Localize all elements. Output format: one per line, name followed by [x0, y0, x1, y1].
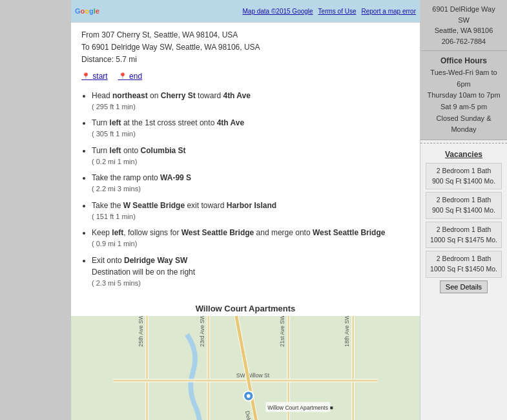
terms-link[interactable]: Terms of Use: [318, 8, 357, 15]
start-pin-icon: [81, 72, 90, 81]
apt-label-text: Willow Court Apartments ■: [267, 404, 333, 411]
start-end-links: start end: [81, 72, 409, 81]
vacancies-section: Vacancies 2 Bedroom 1 Bath 900 Sq Ft $14…: [420, 146, 507, 420]
step-7: Exit onto Delridge Way SW Destination wi…: [92, 255, 409, 289]
hours-line3: Sat 9 am-5 pm: [426, 101, 502, 113]
report-link[interactable]: Report a map error: [362, 8, 416, 15]
phone: 206-762-7884: [426, 36, 502, 47]
from-line: From 307 Cherry St, Seattle, WA 98104, U…: [81, 29, 409, 41]
step-6-detail: ( 0.9 mi 1 min): [92, 238, 409, 249]
office-hours-section: Office Hours Tues-Wed-Fri 9am to 6pm Thu…: [420, 51, 507, 140]
to-line: To 6901 Delridge Way SW, Seattle, WA 981…: [81, 41, 409, 54]
road-18th: 18th Ave SW: [344, 316, 350, 347]
step-7-detail: ( 2.3 mi 5 mins): [92, 278, 409, 289]
road-willow: SW Willow St: [236, 372, 270, 379]
address-line2: Seattle, WA 98106: [426, 25, 502, 36]
steps-ul: Head northeast on Cherry St toward 4th A…: [81, 90, 409, 289]
end-pin-icon: [118, 72, 127, 81]
vacancy-2-line2: 900 Sq Ft $1400 Mo.: [429, 205, 499, 216]
vacancy-3-line2: 1000 Sq Ft $1475 Mo.: [429, 235, 499, 246]
location-label: Willow Court Apartments: [71, 300, 420, 316]
map-bottom: 25th Ave SW 23rd Ave SW 21st Ave SW 18th…: [71, 316, 420, 420]
hours-line4: Closed Sunday & Monday: [426, 113, 502, 136]
vacancy-4: 2 Bedroom 1 Bath 1000 Sq Ft $1450 Mo.: [426, 251, 502, 278]
road-21st: 21st Ave SW: [279, 316, 285, 347]
directions-section: From 307 Cherry St, Seattle, WA 98104, U…: [71, 23, 420, 87]
step-2-detail: ( 305 ft 1 min): [92, 129, 409, 140]
location-dot: [247, 394, 251, 398]
office-hours-title: Office Hours: [426, 55, 502, 67]
step-3: Turn left onto Columbia St ( 0.2 mi 1 mi…: [92, 145, 409, 167]
divider: [420, 143, 507, 143]
vacancy-2-line1: 2 Bedroom 1 Bath: [429, 195, 499, 205]
vacancy-3: 2 Bedroom 1 Bath 1000 Sq Ft $1475 Mo.: [426, 222, 502, 249]
road-25th: 25th Ave SW: [138, 316, 144, 347]
end-link[interactable]: end: [118, 72, 142, 81]
road-23rd: 23rd Ave SW: [199, 316, 205, 347]
step-3-detail: ( 0.2 mi 1 min): [92, 156, 409, 167]
see-details-button[interactable]: See Details: [440, 280, 488, 293]
step-6: Keep left, follow signs for West Seattle…: [92, 227, 409, 249]
map-top-controls: Map data ©2015 Google Terms of Use Repor…: [242, 8, 416, 15]
steps-list: Head northeast on Cherry St toward 4th A…: [71, 87, 420, 300]
vacancy-1-line2: 900 Sq Ft $1400 Mo.: [429, 176, 499, 187]
right-sidebar: 6901 DelRidge Way SW Seattle, WA 98106 2…: [420, 0, 507, 420]
from-to: From 307 Cherry St, Seattle, WA 98104, U…: [81, 29, 409, 67]
step-5-detail: ( 151 ft 1 min): [92, 211, 409, 222]
vacancy-1-line1: 2 Bedroom 1 Bath: [429, 166, 499, 176]
step-2: Turn left at the 1st cross street onto 4…: [92, 117, 409, 140]
step-4: Take the ramp onto WA-99 S ( 2.2 mi 3 mi…: [92, 172, 409, 194]
map-top: Google Map data ©2015 Google Terms of Us…: [71, 0, 420, 23]
map-svg: 25th Ave SW 23rd Ave SW 21st Ave SW 18th…: [71, 316, 420, 420]
main-content: Google Map data ©2015 Google Terms of Us…: [71, 0, 420, 420]
vacancy-4-line2: 1000 Sq Ft $1450 Mo.: [429, 264, 499, 275]
map-data-label: Map data ©2015 Google: [242, 8, 313, 15]
vacancy-3-line1: 2 Bedroom 1 Bath: [429, 225, 499, 235]
step-5: Take the W Seattle Bridge exit toward Ha…: [92, 200, 409, 222]
start-link[interactable]: start: [81, 72, 108, 81]
step-4-detail: ( 2.2 mi 3 mins): [92, 184, 409, 194]
left-sidebar: [0, 0, 71, 420]
right-top-address: 6901 DelRidge Way SW Seattle, WA 98106 2…: [420, 0, 507, 51]
vacancies-title: Vacancies: [426, 150, 502, 159]
step-1-detail: ( 295 ft 1 min): [92, 101, 409, 112]
vacancy-1: 2 Bedroom 1 Bath 900 Sq Ft $1400 Mo.: [426, 163, 502, 190]
hours-line2: Thursday 10am to 7pm: [426, 90, 502, 101]
distance-line: Distance: 5.7 mi: [81, 54, 409, 66]
vacancy-4-line1: 2 Bedroom 1 Bath: [429, 254, 499, 264]
vacancy-2: 2 Bedroom 1 Bath 900 Sq Ft $1400 Mo.: [426, 192, 502, 219]
hours-line1: Tues-Wed-Fri 9am to 6pm: [426, 67, 502, 90]
google-logo: Google: [75, 7, 99, 15]
step-1: Head northeast on Cherry St toward 4th A…: [92, 90, 409, 112]
address-line1: 6901 DelRidge Way SW: [426, 4, 502, 25]
